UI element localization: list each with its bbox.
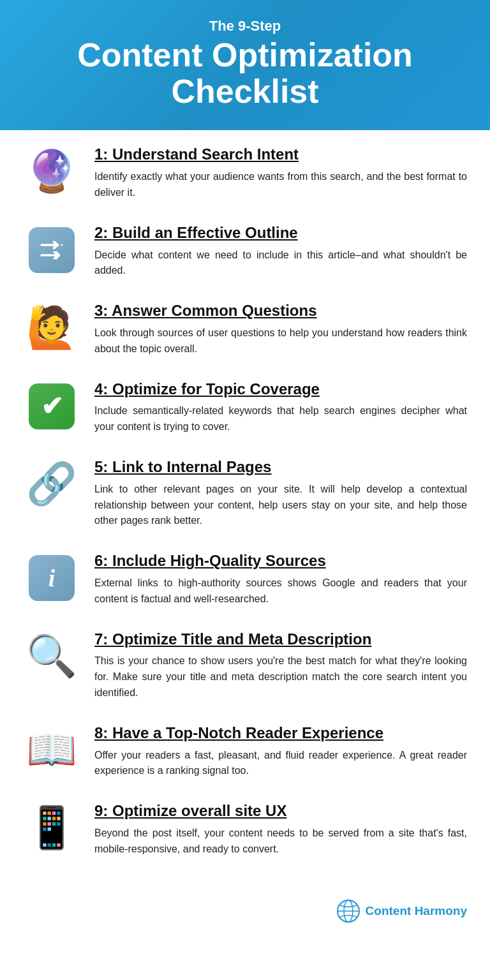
item-text-2: 2: Build an Effective Outline Decide wha… bbox=[94, 221, 467, 279]
item-text-4: 4: Optimize for Topic Coverage Include s… bbox=[94, 378, 467, 435]
checklist-item-9: 📱 9: Optimize overall site UX Beyond the… bbox=[23, 799, 467, 863]
footer: Content Harmony bbox=[0, 890, 490, 936]
item-text-9: 9: Optimize overall site UX Beyond the p… bbox=[94, 799, 467, 857]
item-desc-9: Beyond the post itself, your content nee… bbox=[94, 826, 467, 858]
checklist-content: 🔮 1: Understand Search Intent Identify e… bbox=[0, 130, 490, 890]
item-title-8: 8: Have a Top-Notch Reader Experience bbox=[94, 724, 467, 743]
item-title-9: 9: Optimize overall site UX bbox=[94, 802, 467, 820]
checklist-item-6: i 6: Include High-Quality Sources Extern… bbox=[23, 549, 467, 613]
header-subtitle: The 9-Step bbox=[26, 18, 464, 34]
item-title-3: 3: Answer Common Questions bbox=[94, 302, 467, 320]
checklist-item-5: 🔗 5: Link to Internal Pages Link to othe… bbox=[23, 456, 467, 535]
checklist-item-7: 🔍 7: Optimize Title and Meta Description… bbox=[23, 628, 467, 708]
magnifying-glass-icon: 🔍 bbox=[26, 636, 77, 677]
item-text-3: 3: Answer Common Questions Look through … bbox=[94, 299, 467, 357]
item-desc-6: External links to high-authority sources… bbox=[94, 575, 467, 607]
item-desc-4: Include semantically-related keywords th… bbox=[94, 403, 467, 435]
content-harmony-logo-icon bbox=[336, 899, 360, 923]
icon-1: 🔮 bbox=[23, 143, 80, 200]
item-desc-2: Decide what content we need to include i… bbox=[94, 248, 467, 279]
item-desc-8: Offer your readers a fast, pleasant, and… bbox=[94, 748, 467, 780]
header: The 9-Step Content Optimization Checklis… bbox=[0, 0, 490, 130]
mobile-phone-icon: 📱 bbox=[26, 808, 77, 849]
person-raising-hand-icon: 🙋 bbox=[26, 308, 77, 348]
link-icon: 🔗 bbox=[26, 464, 77, 505]
item-title-1: 1: Understand Search Intent bbox=[94, 145, 467, 164]
checklist-item-2: 2: Build an Effective Outline Decide wha… bbox=[23, 221, 467, 285]
icon-2 bbox=[23, 221, 80, 279]
item-text-5: 5: Link to Internal Pages Link to other … bbox=[94, 456, 467, 529]
shuffle-icon bbox=[29, 227, 75, 273]
footer-logo: Content Harmony bbox=[336, 899, 467, 923]
item-text-1: 1: Understand Search Intent Identify exa… bbox=[94, 143, 467, 200]
item-desc-3: Look through sources of user questions t… bbox=[94, 325, 467, 357]
item-text-7: 7: Optimize Title and Meta Description T… bbox=[94, 628, 467, 701]
icon-5: 🔗 bbox=[23, 456, 80, 513]
item-desc-5: Link to other relevant pages on your sit… bbox=[94, 482, 467, 529]
footer-brand-name: Content Harmony bbox=[366, 904, 467, 918]
icon-8: 📖 bbox=[23, 722, 80, 779]
icon-3: 🙋 bbox=[23, 299, 80, 357]
checklist-item-4: ✔ 4: Optimize for Topic Coverage Include… bbox=[23, 378, 467, 442]
checklist-item-1: 🔮 1: Understand Search Intent Identify e… bbox=[23, 143, 467, 207]
item-title-5: 5: Link to Internal Pages bbox=[94, 458, 467, 477]
info-icon: i bbox=[29, 555, 75, 601]
item-text-6: 6: Include High-Quality Sources External… bbox=[94, 549, 467, 607]
checklist-item-8: 📖 8: Have a Top-Notch Reader Experience … bbox=[23, 722, 467, 785]
checkmark-icon: ✔ bbox=[29, 383, 75, 429]
item-desc-1: Identify exactly what your audience want… bbox=[94, 169, 467, 201]
crystal-ball-icon: 🔮 bbox=[26, 151, 77, 192]
item-desc-7: This is your chance to show users you're… bbox=[94, 653, 467, 701]
item-text-8: 8: Have a Top-Notch Reader Experience Of… bbox=[94, 722, 467, 779]
header-title: Content Optimization Checklist bbox=[26, 37, 464, 110]
item-title-7: 7: Optimize Title and Meta Description bbox=[94, 630, 467, 649]
item-title-6: 6: Include High-Quality Sources bbox=[94, 552, 467, 570]
open-book-icon: 📖 bbox=[26, 730, 77, 771]
checklist-item-3: 🙋 3: Answer Common Questions Look throug… bbox=[23, 299, 467, 363]
icon-7: 🔍 bbox=[23, 628, 80, 685]
icon-6: i bbox=[23, 549, 80, 607]
icon-9: 📱 bbox=[23, 799, 80, 857]
item-title-4: 4: Optimize for Topic Coverage bbox=[94, 380, 467, 399]
icon-4: ✔ bbox=[23, 378, 80, 435]
item-title-2: 2: Build an Effective Outline bbox=[94, 224, 467, 242]
